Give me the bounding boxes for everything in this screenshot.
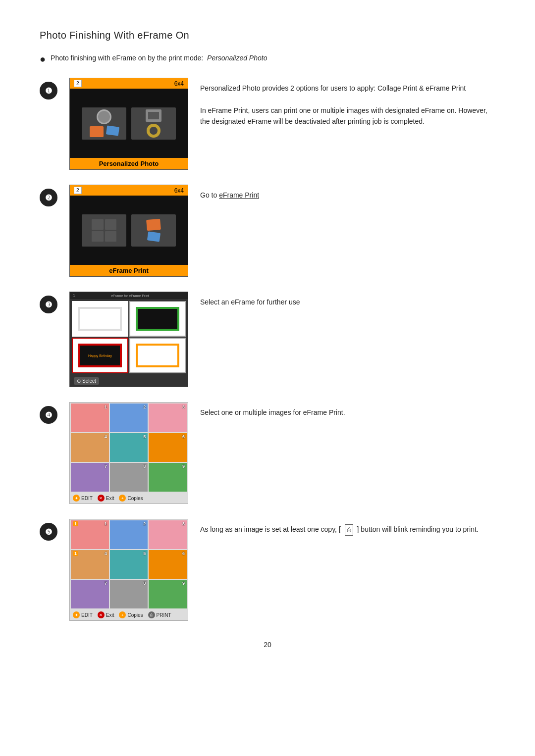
step-1-bottombar: Personalized Photo (70, 158, 188, 169)
step-1-camera-screen: 2 6x4 (69, 78, 188, 170)
exit-btn[interactable]: ✕ Exit (98, 495, 114, 502)
step5-print-btn[interactable]: ⎙ PRINT (148, 611, 171, 618)
step-1-screen: 2 6x4 (69, 78, 188, 170)
step-2-thumb-left (82, 214, 126, 247)
eframe-cell-4[interactable] (129, 338, 186, 373)
photo-cell-9[interactable]: 9 (149, 463, 187, 492)
frame-text: Happy Birthday (88, 354, 112, 357)
step-4-desc-text: Select one or multiple images for eFrame… (200, 407, 495, 418)
copies-label: Copies (127, 496, 143, 501)
photo-cell-7[interactable]: 7 (71, 463, 109, 492)
step-2-topbar: 2 6x4 (70, 185, 188, 196)
step-5-photo-grid: 1 1 2 3 1 4 5 (70, 519, 188, 609)
step5-exit-icon: ✕ (98, 611, 105, 618)
step-3-screen: 1 eFrame for eFrame Print (69, 292, 188, 387)
photo-cell-8[interactable]: 8 (110, 463, 148, 492)
photo-cell-2[interactable]: 2 (110, 403, 148, 432)
step-5-desc1: As long as an image is set at least one … (200, 525, 341, 533)
photo-cell-1[interactable]: 1 (71, 403, 109, 432)
step5-photo-cell-5[interactable]: 5 (110, 550, 148, 579)
step5-photo-cell-1[interactable]: 1 1 (71, 520, 109, 549)
step5-photo-cell-6[interactable]: 6 (149, 550, 187, 579)
step-1-row: ❶ 2 6x4 (40, 78, 495, 170)
step-4-photo-grid: 1 2 3 4 5 6 (70, 403, 188, 493)
step5-photo-cell-9[interactable]: 9 (149, 580, 187, 608)
step-1-desc2: In eFrame Print, users can print one or … (200, 105, 495, 127)
bullet-dot: ● (40, 54, 46, 64)
step5-photo-cell-2[interactable]: 2 (110, 520, 148, 549)
step-2-photo2 (147, 231, 160, 242)
cell-count-4: 1 (73, 551, 78, 556)
step-5-bottombar: ✦ EDIT ✕ Exit + Copies ⎙ PRINT (70, 609, 188, 620)
step5-cell-4-num: 4 (105, 551, 107, 556)
select-btn[interactable]: ⊙ Select (74, 377, 99, 385)
step-1-thumb-right (131, 107, 176, 140)
step-2-row: ❷ 2 6x4 (40, 185, 495, 277)
intro-italic: Personalized Photo (207, 54, 267, 62)
step-4-row: ❹ 1 2 3 4 5 (40, 402, 495, 504)
step-3-eframe-screen: 1 eFrame for eFrame Print (69, 292, 188, 387)
copies-icon: + (119, 495, 126, 502)
step-4-desc: Select one or multiple images for eFrame… (200, 402, 495, 418)
step-2-screen: 2 6x4 (69, 185, 188, 277)
step-3-number: ❸ (40, 296, 57, 313)
step-5-screen: 1 1 2 3 1 4 5 (69, 519, 188, 621)
step-1-size: 6x4 (174, 80, 184, 87)
step-1-thumb-left (82, 107, 126, 140)
photo-cell-6[interactable]: 6 (149, 433, 187, 462)
step5-print-icon: ⎙ (148, 611, 155, 618)
cell-5-num: 5 (143, 434, 146, 439)
step-2-content (70, 196, 188, 265)
print-icon-inline: ⎙ (345, 524, 353, 536)
photo2-shape (106, 125, 119, 136)
step-2-photo1 (146, 219, 161, 231)
eframe-grid: Happy Birthday (70, 299, 188, 375)
step-1-icon-box: 2 (74, 80, 82, 87)
step5-edit-icon: ✦ (73, 611, 80, 618)
step5-edit-btn[interactable]: ✦ EDIT (73, 611, 93, 618)
step-2-camera-screen: 2 6x4 (69, 185, 188, 277)
photo-cell-5[interactable]: 5 (110, 433, 148, 462)
step-4-photo-grid-screen: 1 2 3 4 5 6 (69, 402, 188, 504)
step5-cell-8-num: 8 (143, 581, 146, 586)
cell-8-num: 8 (143, 464, 146, 469)
step5-photo-cell-3[interactable]: 3 (149, 520, 187, 549)
edit-btn[interactable]: ✦ EDIT (73, 495, 93, 502)
photo-cell-4[interactable]: 4 (71, 433, 109, 462)
step-1-topbar: 2 6x4 (70, 78, 188, 89)
eframe-cell-1[interactable] (72, 301, 128, 337)
step5-photo-cell-4[interactable]: 1 4 (71, 550, 109, 579)
step-1-content (70, 89, 188, 158)
step5-exit-btn[interactable]: ✕ Exit (98, 611, 114, 618)
cell-7-num: 7 (105, 464, 107, 469)
edit-label: EDIT (81, 496, 93, 501)
photo-cell-3[interactable]: 3 (149, 403, 187, 432)
step-2-desc-text: Go to eFrame Print (200, 190, 495, 201)
step-3-desc: Select an eFrame for further use (200, 292, 495, 307)
cell-count-1: 1 (73, 521, 78, 526)
eframe-cell-3[interactable]: Happy Birthday (72, 338, 128, 373)
eframe-bottombar: ⊙ Select (70, 375, 188, 387)
exit-icon: ✕ (98, 495, 105, 502)
step5-copies-btn[interactable]: + Copies (119, 611, 143, 618)
step5-cell-2-num: 2 (143, 521, 146, 526)
exit-label: Exit (106, 496, 114, 501)
step-1-number: ❶ (40, 82, 57, 100)
step5-print-label: PRINT (157, 612, 171, 618)
step5-cell-3-num: 3 (182, 521, 185, 526)
step-5-photo-grid-screen: 1 1 2 3 1 4 5 (69, 519, 188, 621)
step-5-desc-text: As long as an image is set at least one … (200, 524, 495, 536)
page-number: 20 (40, 641, 495, 649)
step-2-size: 6x4 (174, 187, 184, 194)
step5-photo-cell-8[interactable]: 8 (110, 580, 148, 608)
select-btn-icon: ⊙ (77, 378, 81, 384)
step-5-desc: As long as an image is set at least one … (200, 519, 495, 536)
step-2-icon-box: 2 (74, 187, 82, 194)
step5-cell-6-num: 6 (182, 551, 185, 556)
copies-btn[interactable]: + Copies (119, 495, 143, 502)
step-1-desc1: Personalized Photo provides 2 options fo… (200, 83, 495, 94)
eframe-cell-2[interactable] (129, 301, 186, 337)
step-5-row: ❺ 1 1 2 3 1 4 (40, 519, 495, 621)
step-1-desc: Personalized Photo provides 2 options fo… (200, 78, 495, 127)
step5-photo-cell-7[interactable]: 7 (71, 580, 109, 608)
